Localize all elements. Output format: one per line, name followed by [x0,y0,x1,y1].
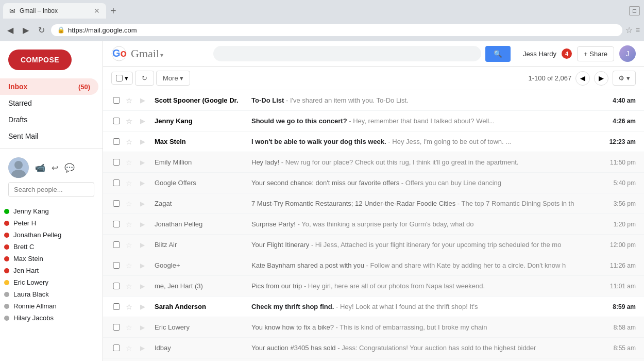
star-icon[interactable]: ☆ [126,282,136,290]
email-row[interactable]: ☆ ▶ Zagat 7 Must-Try Romantic Restaurant… [103,193,644,214]
select-all-dropdown[interactable]: ▾ [111,72,133,85]
important-icon[interactable]: ▶ [140,221,150,228]
settings-button[interactable]: ⚙ ▾ [613,71,636,86]
email-checkbox[interactable] [111,200,122,207]
notification-badge[interactable]: 4 [562,48,572,59]
contact-item[interactable]: Jen Hart [0,265,103,276]
star-icon[interactable]: ☆ [126,158,136,167]
star-icon[interactable]: ☆ [126,200,136,208]
email-row[interactable]: ☆ ▶ Jenny Kang Should we go to this conc… [103,111,644,132]
contact-item[interactable]: Brett C [0,241,103,253]
select-all-checkbox[interactable] [116,75,123,81]
star-icon[interactable]: ☆ [126,303,136,311]
active-tab[interactable]: ✉ Gmail – Inbox ✕ [3,3,106,19]
email-checkbox[interactable] [111,262,122,269]
important-icon[interactable]: ▶ [140,324,150,331]
gmail-dropdown-arrow[interactable]: ▾ [160,52,163,59]
important-icon[interactable]: ▶ [140,97,150,104]
sidebar-item-inbox[interactable]: Inbox (50) [0,78,98,95]
search-box[interactable] [213,46,481,61]
star-icon[interactable]: ☆ [126,344,136,352]
profile-picture[interactable]: J [619,45,636,62]
select-dropdown-arrow[interactable]: ▾ [125,74,128,82]
chat-section: 📹 ↩ 💬 [0,153,103,201]
new-tab-button[interactable]: + [106,5,121,17]
email-row[interactable]: ☆ ▶ Emily Million Hey lady! - New rug fo… [103,152,644,173]
contact-item[interactable]: Jonathan Pelleg [0,229,103,241]
important-icon[interactable]: ▶ [140,283,150,290]
important-icon[interactable]: ▶ [140,159,150,166]
more-button[interactable]: More ▾ [156,71,190,86]
email-row[interactable]: ☆ ▶ Scott Spooner (Google Dr. To-Do List… [103,90,644,111]
contact-item[interactable]: Peter H [0,217,103,229]
prev-page-button[interactable]: ◀ [575,71,590,86]
star-icon[interactable]: ☆ [126,323,136,332]
contact-item[interactable]: Eric Lowery [0,276,103,288]
email-checkbox[interactable] [111,241,122,248]
search-input[interactable] [222,49,473,58]
status-dot-gray [4,292,9,297]
email-row[interactable]: ☆ ▶ Max Stein I won't be able to walk yo… [103,132,644,152]
email-row[interactable]: ☆ ▶ Sarah Anderson Check my thrift shop … [103,297,644,317]
star-icon[interactable]: ☆ [126,241,136,249]
email-row[interactable]: ☆ ▶ Blitz Air Your Flight Itinerary - Hi… [103,235,644,255]
next-page-button[interactable]: ▶ [594,71,608,86]
email-row[interactable]: ☆ ▶ Google Offers Your second chance: do… [103,173,644,193]
email-checkbox[interactable] [111,179,122,186]
url-input[interactable] [68,26,616,34]
email-checkbox[interactable] [111,324,122,331]
email-checkbox[interactable] [111,138,122,145]
email-row[interactable]: ☆ ▶ Google+ Kate Baynham shared a post w… [103,255,644,276]
address-bar[interactable]: 🔒 [51,24,622,36]
tab-close-button[interactable]: ✕ [94,7,100,15]
email-checkbox[interactable] [111,118,122,124]
sidebar-item-starred[interactable]: Starred [0,95,98,111]
compose-button[interactable]: COMPOSE [8,50,72,70]
chat-button[interactable]: 💬 [62,161,77,175]
contact-item[interactable]: Hilary Jacobs [0,312,103,324]
important-icon[interactable]: ▶ [140,262,150,269]
email-checkbox[interactable] [111,159,122,166]
more-tools-button[interactable]: ≡ [636,26,640,34]
star-icon[interactable]: ☆ [126,138,136,146]
important-icon[interactable]: ▶ [140,303,150,310]
contact-item[interactable]: Ronnie Allman [0,300,103,312]
back-button[interactable]: ◀ [4,23,16,37]
email-checkbox[interactable] [111,303,122,310]
bookmark-button[interactable]: ☆ [625,25,633,35]
important-icon[interactable]: ▶ [140,138,150,145]
search-button[interactable]: 🔍 [485,46,511,62]
refresh-button[interactable]: ↻ [35,23,48,37]
window-restore-button[interactable]: □ [629,6,640,15]
email-row[interactable]: ☆ ▶ me, Jen Hart (3) Pics from our trip … [103,276,644,297]
important-icon[interactable]: ▶ [140,241,150,249]
important-icon[interactable]: ▶ [140,200,150,207]
email-row[interactable]: ☆ ▶ Jonathan Pelleg Surprise Party! - Yo… [103,214,644,235]
star-icon[interactable]: ☆ [126,220,136,228]
sidebar-item-drafts[interactable]: Drafts [0,111,98,128]
email-checkbox[interactable] [111,344,122,351]
star-icon[interactable]: ☆ [126,261,136,270]
star-icon[interactable]: ☆ [126,179,136,187]
video-call-button[interactable]: 📹 [33,161,47,175]
contact-item[interactable]: Jenny Kang [0,205,103,217]
email-row[interactable]: ☆ ▶ Google+ Kate Baynham added you on Go… [103,358,644,361]
contact-item[interactable]: Laura Black [0,288,103,300]
contact-item[interactable]: Max Stein [0,253,103,265]
search-people-input[interactable] [8,182,94,197]
forward-button[interactable]: ▶ [20,23,32,37]
star-icon[interactable]: ☆ [126,117,136,125]
email-checkbox[interactable] [111,283,122,289]
email-row[interactable]: ☆ ▶ Eric Lowery You know how to fix a bi… [103,317,644,338]
email-checkbox[interactable] [111,97,122,104]
sidebar-item-sent[interactable]: Sent Mail [0,128,98,144]
important-icon[interactable]: ▶ [140,118,150,125]
email-checkbox[interactable] [111,221,122,227]
phone-button[interactable]: ↩ [49,161,60,175]
important-icon[interactable]: ▶ [140,179,150,187]
important-icon[interactable]: ▶ [140,344,150,352]
email-row[interactable]: ☆ ▶ Idbay Your auction #3405 has sold - … [103,338,644,358]
star-icon[interactable]: ☆ [126,96,136,105]
share-button[interactable]: + Share [577,46,614,61]
refresh-button[interactable]: ↻ [135,71,154,86]
